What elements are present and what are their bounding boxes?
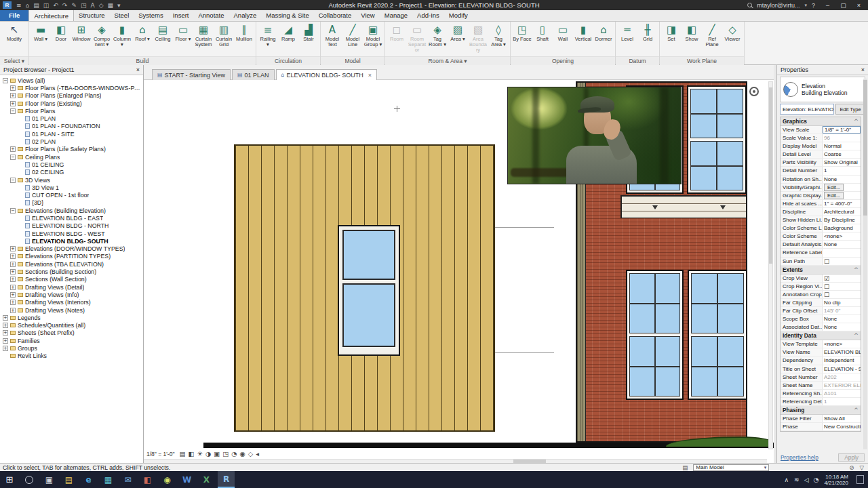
tool-model-text[interactable]: AModel Text — [322, 22, 342, 56]
tree-item-ceiling-plans[interactable]: −Ceiling Plans — [0, 153, 143, 161]
tree-item-elevation-bldg-east[interactable]: ELEVATION BLDG - EAST — [0, 214, 143, 222]
tool-modify[interactable]: ↖Modify — [1, 22, 27, 56]
prop-value[interactable]: 145' 0" — [823, 307, 861, 314]
expand-icon[interactable]: − — [10, 108, 16, 114]
expand-icon[interactable]: + — [10, 308, 16, 313]
prop-value[interactable]: 1/8" = 1'-0" — [823, 126, 861, 134]
worksets-icon[interactable]: ▤ — [682, 464, 688, 471]
prop-value[interactable]: A202 — [823, 373, 861, 381]
start-button[interactable]: ⊞ — [0, 474, 19, 485]
maximize-button[interactable]: ▢ — [835, 2, 851, 9]
tab-analyze[interactable]: Analyze — [229, 9, 262, 21]
expand-icon[interactable]: + — [10, 85, 16, 91]
tree-item-floor-plans[interactable]: −Floor Plans — [0, 107, 143, 115]
prop-value[interactable]: Edit... — [823, 184, 861, 191]
qat-more-icon[interactable]: ▾ — [115, 2, 123, 9]
tree-item-02-ceiling[interactable]: 02 CEILING — [0, 169, 143, 176]
volume-icon[interactable]: ◁ — [804, 476, 809, 483]
taskbar-search-icon[interactable] — [25, 476, 33, 484]
project-browser-close-icon[interactable]: × — [136, 66, 140, 73]
tab-add-ins[interactable]: Add-Ins — [412, 9, 444, 21]
expand-icon[interactable]: + — [3, 330, 8, 336]
tool-viewer[interactable]: ◇Viewer — [722, 22, 743, 56]
prop-value[interactable]: <none> — [823, 232, 861, 240]
tree-item-02-plan[interactable]: 02 PLAN — [0, 138, 143, 145]
exclude-options-icon[interactable]: ⊘ — [849, 464, 854, 471]
vertical-scrollbar-thumb[interactable] — [769, 87, 772, 264]
tool-area[interactable]: ▨Area ▾ — [448, 22, 468, 56]
tree-item-3d-views[interactable]: −3D Views — [0, 176, 143, 184]
properties-scrollbar-thumb[interactable] — [863, 80, 867, 216]
search-icon[interactable] — [747, 3, 752, 7]
tree-item-elevations-tba-elevation[interactable]: +Elevations (TBA ELEVATION) — [0, 260, 143, 268]
tool-column[interactable]: ▮Column ▾ — [112, 22, 132, 56]
prop-value[interactable]: No clip — [823, 299, 861, 306]
expand-icon[interactable]: − — [10, 208, 16, 214]
expand-icon[interactable]: + — [10, 292, 16, 298]
type-selector[interactable]: Elevation: ELEVATION B ▾ — [780, 104, 834, 115]
measure-icon[interactable]: ◳ — [79, 2, 89, 9]
prop-value[interactable]: By Discipline — [823, 216, 861, 224]
tree-item-01-plan[interactable]: 01 PLAN — [0, 115, 143, 122]
revit-icon[interactable]: R — [218, 471, 235, 488]
prop-value[interactable]: 1 — [823, 398, 861, 405]
expand-icon[interactable]: + — [10, 269, 16, 274]
word-icon[interactable]: W — [178, 471, 195, 488]
temporary-hide-isolate-icon[interactable]: ◔ — [231, 450, 237, 458]
prop-value[interactable]: ☐ — [823, 258, 861, 265]
tool-set[interactable]: ◨Set — [661, 22, 682, 56]
prop-value[interactable]: Coarse — [823, 150, 861, 158]
tool-shaft[interactable]: ▯Shaft — [532, 22, 553, 56]
tree-item-3d[interactable]: {3D} — [0, 199, 143, 207]
expand-icon[interactable]: − — [3, 78, 8, 83]
elevation-window-left-building[interactable] — [338, 225, 400, 356]
expand-icon[interactable]: − — [10, 178, 16, 183]
tree-item-01-plan-foundation[interactable]: 01 PLAN - FOUNDATION — [0, 123, 143, 130]
tab-modify[interactable]: Modify — [444, 9, 473, 21]
prop-value[interactable]: EXTERIOR ELEVA... — [823, 382, 861, 389]
tree-item-drafting-views-notes[interactable]: +Drafting Views (Notes) — [0, 306, 143, 314]
notification-center-icon[interactable] — [856, 475, 864, 484]
prop-value[interactable]: Normal — [823, 142, 861, 150]
tool-ceiling[interactable]: ▤Ceiling — [153, 22, 173, 56]
expand-icon[interactable]: + — [3, 323, 8, 328]
view-tab-01-plan[interactable]: ▤01 PLAN — [232, 69, 275, 80]
sun-path-icon[interactable]: ☀ — [197, 450, 203, 458]
expand-icon[interactable]: + — [10, 246, 16, 251]
prop-value[interactable]: Background — [823, 224, 861, 232]
prop-value[interactable]: 1" = 400'-0" — [823, 200, 861, 207]
tree-item-01-plan-site[interactable]: 01 PLAN - SITE — [0, 130, 143, 138]
tool-mullion[interactable]: ∥Mullion — [234, 22, 254, 56]
photos-icon[interactable]: ◧ — [139, 471, 156, 488]
tool-model-group[interactable]: ▣Model Group ▾ — [363, 22, 383, 56]
app-logo[interactable]: R — [3, 1, 12, 9]
expand-icon[interactable]: + — [3, 346, 8, 351]
tool-door[interactable]: ◧Door — [51, 22, 71, 56]
prop-value[interactable]: ☐ — [823, 291, 861, 298]
tab-annotate[interactable]: Annotate — [193, 9, 229, 21]
redo-icon[interactable]: ↷ — [60, 2, 70, 9]
file-tab[interactable]: File — [0, 9, 28, 21]
visual-style-icon[interactable]: ◧ — [188, 450, 194, 458]
tab-massing-site[interactable]: Massing & Site — [261, 9, 313, 21]
tree-item-3d-view-1[interactable]: 3D View 1 — [0, 184, 143, 191]
prop-value[interactable]: Show Original — [823, 159, 861, 166]
apply-button[interactable]: Apply — [838, 453, 865, 462]
expand-icon[interactable]: + — [10, 285, 16, 290]
tool-curtain-system[interactable]: ▦Curtain System — [193, 22, 214, 56]
tree-item-floor-plans-life-safety-plans[interactable]: +Floor Plans (Life Safety Plans) — [0, 146, 143, 153]
prop-value[interactable]: ☑ — [823, 274, 861, 282]
tree-item-families[interactable]: +Families — [0, 337, 143, 344]
tree-item-floor-plans-existing[interactable]: +Floor Plans (Existing) — [0, 100, 143, 107]
tree-item-views-all[interactable]: −Views (all) — [0, 77, 143, 84]
tree-item-sections-wall-section[interactable]: +Sections (Wall Section) — [0, 276, 143, 283]
excel-icon[interactable]: X — [198, 471, 215, 488]
tool-level[interactable]: ═Level — [617, 22, 637, 56]
prop-value[interactable]: Architectural — [823, 208, 861, 216]
tool-component[interactable]: ◈Component ▾ — [92, 22, 112, 56]
navigation-wheel-icon[interactable] — [749, 87, 759, 96]
network-icon[interactable]: ≋ — [794, 476, 800, 483]
tree-item-elevations-door-window-types[interactable]: +Elevations (DOOR/WINDOW TYPES) — [0, 245, 143, 253]
expand-icon[interactable]: + — [10, 262, 16, 267]
user-account[interactable]: mtaylor@virtu... — [757, 2, 800, 9]
